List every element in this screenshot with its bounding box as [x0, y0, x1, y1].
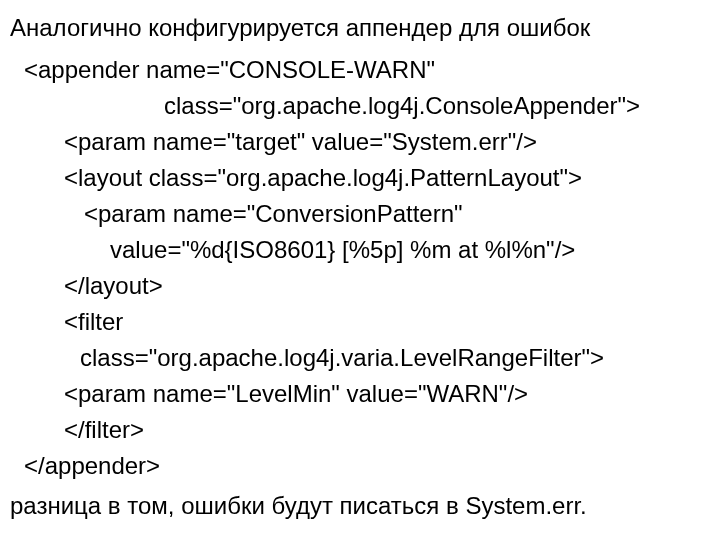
- slide: Аналогично конфигурируется аппендер для …: [0, 0, 720, 540]
- code-line: <layout class="org.apache.log4j.PatternL…: [24, 160, 710, 196]
- code-block: <appender name="CONSOLE-WARN" class="org…: [10, 50, 710, 488]
- outro-text: разница в том, ошибки будут писаться в S…: [10, 490, 710, 522]
- code-line: <param name="target" value="System.err"/…: [24, 124, 710, 160]
- intro-text: Аналогично конфигурируется аппендер для …: [10, 12, 710, 44]
- code-line: </appender>: [24, 448, 710, 484]
- code-line: class="org.apache.log4j.ConsoleAppender"…: [24, 88, 710, 124]
- code-line: <param name="ConversionPattern": [24, 196, 710, 232]
- code-line: class="org.apache.log4j.varia.LevelRange…: [24, 340, 710, 376]
- code-line: </layout>: [24, 268, 710, 304]
- code-line: <filter: [24, 304, 710, 340]
- code-line: value="%d{ISO8601} [%5p] %m at %l%n"/>: [24, 232, 710, 268]
- code-line: </filter>: [24, 412, 710, 448]
- code-line: <appender name="CONSOLE-WARN": [24, 52, 710, 88]
- code-line: <param name="LevelMin" value="WARN"/>: [24, 376, 710, 412]
